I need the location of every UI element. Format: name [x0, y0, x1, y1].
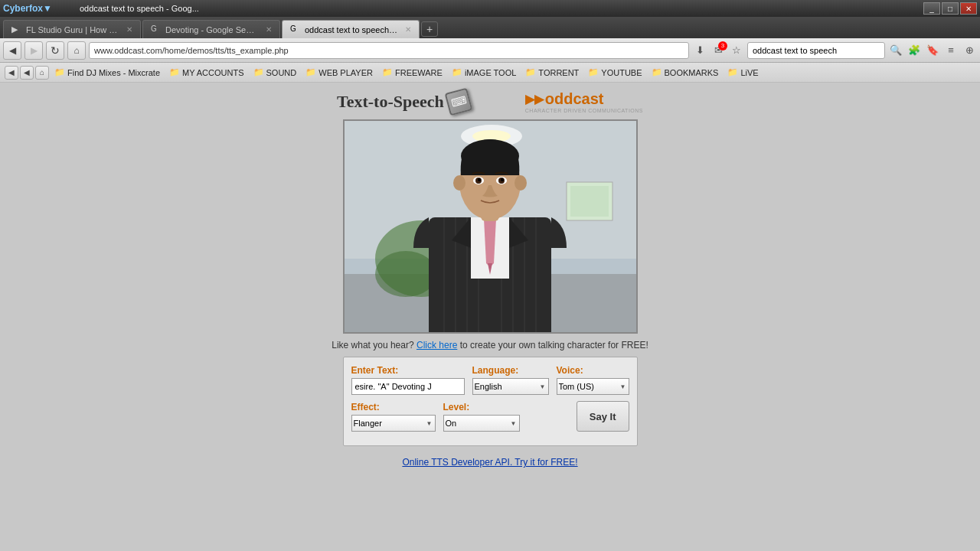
- new-tab-button[interactable]: +: [421, 21, 438, 37]
- oddcast-arrows: ▶▶: [525, 92, 544, 106]
- effect-select-wrapper: None Flanger Reverb: [351, 415, 436, 432]
- promo-text: Like what you hear? Click here to create…: [332, 340, 648, 350]
- controls-row-1: Enter Text: Language: English French Spa…: [351, 365, 629, 395]
- tts-logo: Text-to-Speech ⌨: [337, 90, 470, 113]
- maximize-button[interactable]: □: [942, 2, 959, 15]
- tab-close-2[interactable]: ✕: [266, 25, 272, 34]
- language-group: Language: English French Spanish: [472, 365, 549, 395]
- svg-point-33: [501, 178, 504, 181]
- bookmark-folder-icon-6: 📁: [452, 67, 462, 77]
- bookmark-star-icon[interactable]: ☆: [729, 43, 744, 58]
- title-bar-title: oddcast text to speech - Goog...: [80, 4, 199, 13]
- bookmark-label-9: BOOKMARKS: [665, 68, 719, 77]
- promo-after-text: to create your own talking character for…: [460, 340, 648, 350]
- bookmark-label-1: Find DJ Mixes - Mixcrate: [67, 68, 160, 77]
- title-bar: Cyberfox▼ oddcast text to speech - Goog.…: [0, 0, 980, 17]
- bookmark-label-7: TORRENT: [538, 68, 579, 77]
- nav-tools-home[interactable]: ⌂: [35, 66, 49, 80]
- keyboard-key-icon: ⌨: [444, 88, 472, 116]
- bookmark-folder-icon-1: 📁: [54, 67, 65, 77]
- voice-group: Voice: Tom (US) Susan (US): [557, 365, 629, 395]
- bookmark-folder-icon-3: 📁: [253, 67, 264, 77]
- tab-google-search[interactable]: G Devoting - Google Search ✕: [142, 20, 280, 38]
- address-bar[interactable]: [89, 42, 689, 59]
- svg-point-32: [478, 178, 481, 181]
- effect-select[interactable]: None Flanger Reverb: [351, 415, 436, 432]
- search-input[interactable]: [747, 42, 885, 59]
- tab-label-2: Devoting - Google Search: [165, 25, 259, 34]
- bookmark-label-5: FREEWARE: [395, 68, 443, 77]
- controls-panel: Enter Text: Language: English French Spa…: [343, 357, 638, 446]
- bookmark-label-8: YOUTUBE: [601, 68, 642, 77]
- download-icon[interactable]: ⬇: [692, 43, 707, 58]
- effect-group: Effect: None Flanger Reverb: [351, 402, 436, 432]
- nav-tools-right[interactable]: ◀: [20, 66, 34, 80]
- bookmark-folder-icon-7: 📁: [525, 67, 536, 77]
- bookmark-icon[interactable]: 🔖: [925, 43, 940, 58]
- bookmark-sound[interactable]: 📁 SOUND: [250, 66, 301, 79]
- oddcast-logo-text: oddcast: [545, 90, 604, 108]
- tab-oddcast[interactable]: G oddcast text to speech - Goog... ✕: [282, 20, 420, 38]
- page-content: Text-to-Speech ⌨ ▶▶ oddcast Character Dr…: [0, 83, 980, 527]
- nav-tools-left[interactable]: ◀: [5, 66, 18, 80]
- minimize-button[interactable]: _: [923, 2, 940, 15]
- language-select[interactable]: English French Spanish: [472, 378, 549, 395]
- oddcast-logo: ▶▶ oddcast Character Driven Communicatio…: [525, 90, 643, 113]
- bookmark-my-accounts[interactable]: 📁 MY ACCOUNTS: [165, 66, 247, 79]
- tab-bar: ▶ FL Studio Guru | How to Rem... ✕ G Dev…: [0, 17, 980, 38]
- level-select[interactable]: On Off: [443, 415, 520, 432]
- bookmark-folder-icon-9: 📁: [652, 67, 662, 77]
- svg-point-26: [453, 175, 466, 191]
- tab-close-3[interactable]: ✕: [405, 25, 411, 34]
- language-select-wrapper: English French Spanish: [472, 378, 549, 395]
- search-icon[interactable]: 🔍: [888, 43, 903, 58]
- extensions-icon[interactable]: 🧩: [906, 43, 922, 58]
- footer-link[interactable]: Online TTS Developer API. Try it for FRE…: [402, 457, 577, 468]
- promo-static-text: Like what you hear?: [332, 340, 413, 350]
- tab-favicon-2: G: [151, 24, 162, 35]
- bookmark-label-2: MY ACCOUNTS: [182, 68, 243, 77]
- bookmark-image-tool[interactable]: 📁 iMAGE TOOL: [448, 66, 520, 79]
- home-button[interactable]: ⌂: [67, 41, 86, 60]
- browser-name[interactable]: Cyberfox▼: [3, 3, 52, 14]
- bookmark-folder-icon-10: 📁: [727, 67, 738, 77]
- say-it-button[interactable]: Say It: [577, 401, 629, 432]
- level-group: Level: On Off: [443, 402, 520, 432]
- tab-fl-studio[interactable]: ▶ FL Studio Guru | How to Rem... ✕: [3, 20, 141, 38]
- level-select-wrapper: On Off: [443, 415, 520, 432]
- menu-icon[interactable]: ≡: [943, 43, 959, 58]
- oddcast-tagline: Character Driven Communications: [525, 108, 643, 113]
- back-button[interactable]: ◀: [3, 41, 21, 60]
- bookmark-find-dj[interactable]: 📁 Find DJ Mixes - Mixcrate: [51, 66, 164, 79]
- bookmark-label-10: LiVE: [740, 68, 758, 77]
- tab-label-3: oddcast text to speech - Goog...: [305, 25, 398, 34]
- promo-link[interactable]: Click here: [416, 340, 457, 350]
- sync-icon[interactable]: ⊕: [962, 43, 977, 58]
- bookmark-live[interactable]: 📁 LiVE: [724, 66, 762, 79]
- forward-button[interactable]: ▶: [24, 41, 43, 60]
- bookmark-folder-icon-8: 📁: [588, 67, 599, 77]
- bookmark-web-player[interactable]: 📁 WEB PLAYER: [302, 66, 377, 79]
- bookmark-folder-icon-5: 📁: [382, 67, 393, 77]
- effect-label: Effect:: [351, 402, 436, 412]
- nav-bar: ◀ ▶ ↻ ⌂ ⬇ ✉3 ☆ 🔍 🧩 🔖 ≡ ⊕: [0, 38, 980, 63]
- bookmark-freeware[interactable]: 📁 FREEWARE: [378, 66, 446, 79]
- voice-label: Voice:: [557, 365, 629, 376]
- voice-select[interactable]: Tom (US) Susan (US): [557, 378, 629, 395]
- close-button[interactable]: ✕: [960, 2, 977, 15]
- bookmark-folder-icon-2: 📁: [169, 67, 180, 77]
- app-header: Text-to-Speech ⌨ ▶▶ oddcast Character Dr…: [337, 90, 643, 113]
- bookmark-label-4: WEB PLAYER: [318, 68, 373, 77]
- refresh-button[interactable]: ↻: [46, 41, 64, 60]
- bookmark-youtube[interactable]: 📁 YOUTUBE: [584, 66, 645, 79]
- svg-point-27: [514, 175, 527, 191]
- bookmark-torrent[interactable]: 📁 TORRENT: [521, 66, 583, 79]
- enter-text-label: Enter Text:: [351, 365, 465, 376]
- enter-text-input[interactable]: [351, 378, 465, 395]
- level-label: Level:: [443, 402, 520, 412]
- tab-close-1[interactable]: ✕: [126, 25, 132, 34]
- mail-icon[interactable]: ✉3: [710, 43, 726, 58]
- bookmark-bookmarks[interactable]: 📁 BOOKMARKS: [648, 66, 723, 79]
- bookmarks-bar: ◀ ◀ ⌂ 📁 Find DJ Mixes - Mixcrate 📁 MY AC…: [0, 63, 980, 83]
- tab-favicon-3: G: [290, 24, 301, 35]
